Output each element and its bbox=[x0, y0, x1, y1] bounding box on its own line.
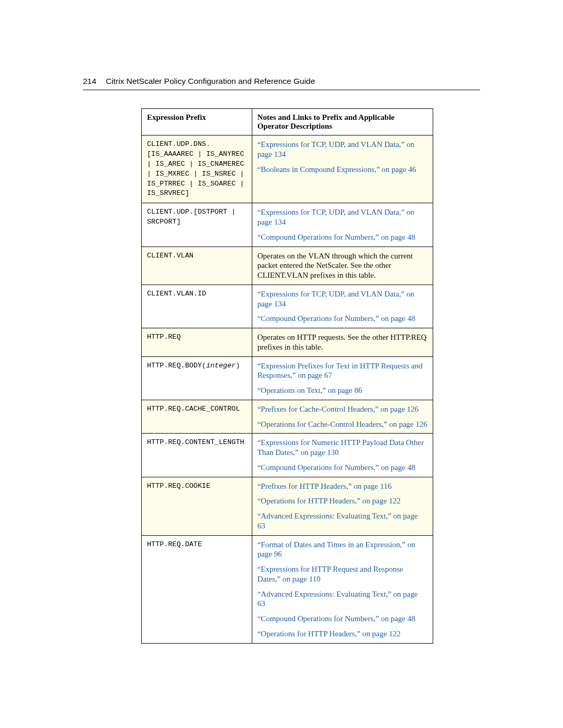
link-text[interactable]: “Operations for HTTP Headers,” on page 1… bbox=[258, 497, 401, 505]
link-text[interactable]: “Format of Dates and Times in an Express… bbox=[258, 540, 415, 559]
reference-link: “Compound Operations for Numbers,” on pa… bbox=[258, 314, 427, 324]
reference-link: “Prefixes for HTTP Headers,” on page 116 bbox=[258, 482, 427, 491]
expression-prefix-code: CLIENT.UDP.DNS. [IS_AAAAREC | IS_ANYREC … bbox=[147, 140, 247, 199]
prefix-cell: CLIENT.VLAN bbox=[142, 246, 252, 285]
table-row: HTTP.REQ.BODY(integer)“Expression Prefix… bbox=[142, 356, 433, 400]
reference-link: “Operations for Cache-Control Headers,” … bbox=[258, 419, 427, 429]
reference-link: “Compound Operations for Numbers,” on pa… bbox=[258, 614, 427, 624]
expression-prefix-code: CLIENT.VLAN bbox=[147, 251, 247, 261]
link-text[interactable]: “Compound Operations for Numbers,” on pa… bbox=[258, 614, 415, 623]
link-text[interactable]: “Compound Operations for Numbers,” on pa… bbox=[258, 314, 415, 323]
table-row: HTTP.REQ.CONTENT_LENGTH“Expressions for … bbox=[142, 434, 433, 477]
expression-prefix-code: HTTP.REQ.CONTENT_LENGTH bbox=[147, 438, 247, 448]
reference-link: “Expressions for TCP, UDP, and VLAN Data… bbox=[258, 289, 427, 309]
table-row: CLIENT.UDP.[DSTPORT | SRCPORT]“Expressio… bbox=[142, 203, 433, 246]
reference-link: “Expressions for TCP, UDP, and VLAN Data… bbox=[258, 207, 427, 227]
reference-link: “Advanced Expressions: Evaluating Text,”… bbox=[258, 589, 427, 609]
reference-link: “Expressions for TCP, UDP, and VLAN Data… bbox=[258, 140, 427, 159]
reference-link: “Operations for HTTP Headers,” on page 1… bbox=[258, 496, 427, 506]
expression-prefix-code: HTTP.REQ.COOKIE bbox=[147, 482, 247, 491]
link-text[interactable]: “Expressions for TCP, UDP, and VLAN Data… bbox=[258, 290, 414, 308]
link-text[interactable]: “Compound Operations for Numbers,” on pa… bbox=[258, 463, 415, 472]
expression-prefix-code: HTTP.REQ bbox=[147, 332, 247, 342]
link-text[interactable]: “Expressions for Numeric HTTP Payload Da… bbox=[258, 438, 424, 456]
prefix-cell: HTTP.REQ.DATE bbox=[142, 535, 252, 643]
expression-prefix-code: CLIENT.VLAN.ID bbox=[147, 289, 247, 299]
link-text[interactable]: “Operations for HTTP Headers,” on page 1… bbox=[258, 630, 401, 638]
link-text[interactable]: “Compound Operations for Numbers,” on pa… bbox=[258, 233, 415, 241]
link-text[interactable]: “Operations on Text,” on page 86 bbox=[258, 386, 362, 394]
prefix-cell: HTTP.REQ.CONTENT_LENGTH bbox=[142, 434, 252, 477]
table-row: HTTP.REQ.CACHE_CONTROL“Prefixes for Cach… bbox=[142, 400, 433, 434]
expression-prefix-code: HTTP.REQ.CACHE_CONTROL bbox=[147, 404, 247, 414]
table-row: CLIENT.UDP.DNS. [IS_AAAAREC | IS_ANYREC … bbox=[142, 135, 433, 203]
description-text: Operates on the VLAN through which the c… bbox=[258, 251, 427, 280]
prefix-cell: CLIENT.UDP.[DSTPORT | SRCPORT] bbox=[142, 203, 252, 246]
expression-table: Expression Prefix Notes and Links to Pre… bbox=[141, 108, 433, 644]
prefix-cell: HTTP.REQ.COOKIE bbox=[142, 477, 252, 535]
link-text[interactable]: “Expression Prefixes for Text in HTTP Re… bbox=[258, 362, 423, 380]
page-header: 214Citrix NetScaler Policy Configuration… bbox=[83, 77, 480, 90]
notes-cell: Operates on the VLAN through which the c… bbox=[252, 246, 433, 285]
notes-cell: “Expression Prefixes for Text in HTTP Re… bbox=[252, 356, 433, 400]
reference-link: “Expressions for Numeric HTTP Payload Da… bbox=[258, 438, 427, 458]
notes-cell: “Prefixes for Cache-Control Headers,” on… bbox=[252, 400, 433, 434]
reference-link: “Format of Dates and Times in an Express… bbox=[258, 540, 427, 560]
reference-link: “Booleans in Compound Expressions,” on p… bbox=[258, 165, 427, 175]
plain-text: Operates on the VLAN through which the c… bbox=[258, 252, 413, 280]
table-row: HTTP.REQ.COOKIE“Prefixes for HTTP Header… bbox=[142, 477, 433, 535]
link-text[interactable]: “Booleans in Compound Expressions,” on p… bbox=[258, 165, 417, 174]
expression-prefix-code: CLIENT.UDP.[DSTPORT | SRCPORT] bbox=[147, 207, 247, 227]
link-text[interactable]: “Expressions for HTTP Request and Respon… bbox=[258, 565, 403, 583]
notes-cell: “Expressions for Numeric HTTP Payload Da… bbox=[252, 434, 433, 477]
table-row: HTTP.REQOperates on HTTP requests. See t… bbox=[142, 328, 433, 357]
reference-link: “Operations for HTTP Headers,” on page 1… bbox=[258, 629, 427, 639]
reference-link: “Advanced Expressions: Evaluating Text,”… bbox=[258, 511, 427, 531]
reference-link: “Compound Operations for Numbers,” on pa… bbox=[258, 463, 427, 473]
header-expression-prefix: Expression Prefix bbox=[142, 109, 252, 135]
notes-cell: “Expressions for TCP, UDP, and VLAN Data… bbox=[252, 135, 433, 203]
link-text[interactable]: “Expressions for TCP, UDP, and VLAN Data… bbox=[258, 140, 414, 158]
notes-cell: Operates on HTTP requests. See the other… bbox=[252, 328, 433, 357]
prefix-cell: HTTP.REQ bbox=[142, 328, 252, 357]
reference-link: “Prefixes for Cache-Control Headers,” on… bbox=[258, 404, 427, 414]
table-row: CLIENT.VLANOperates on the VLAN through … bbox=[142, 246, 433, 285]
expression-prefix-code: HTTP.REQ.DATE bbox=[147, 540, 247, 550]
table-row: CLIENT.VLAN.ID“Expressions for TCP, UDP,… bbox=[142, 285, 433, 328]
link-text[interactable]: “Prefixes for HTTP Headers,” on page 116 bbox=[258, 482, 392, 490]
reference-link: “Expression Prefixes for Text in HTTP Re… bbox=[258, 361, 427, 381]
prefix-cell: CLIENT.VLAN.ID bbox=[142, 285, 252, 328]
table-header-row: Expression Prefix Notes and Links to Pre… bbox=[142, 109, 433, 135]
expression-prefix-code: HTTP.REQ.BODY(integer) bbox=[147, 361, 247, 371]
link-text[interactable]: “Prefixes for Cache-Control Headers,” on… bbox=[258, 405, 419, 413]
notes-cell: “Format of Dates and Times in an Express… bbox=[252, 535, 433, 643]
page-number: 214 bbox=[83, 77, 96, 86]
doc-title: Citrix NetScaler Policy Configuration an… bbox=[106, 77, 315, 85]
prefix-cell: CLIENT.UDP.DNS. [IS_AAAAREC | IS_ANYREC … bbox=[142, 135, 252, 203]
prefix-cell: HTTP.REQ.CACHE_CONTROL bbox=[142, 400, 252, 434]
reference-link: “Expressions for HTTP Request and Respon… bbox=[258, 564, 427, 584]
header-notes: Notes and Links to Prefix and Applicable… bbox=[252, 109, 433, 135]
table-row: HTTP.REQ.DATE“Format of Dates and Times … bbox=[142, 535, 433, 643]
notes-cell: “Expressions for TCP, UDP, and VLAN Data… bbox=[252, 285, 433, 328]
plain-text: Operates on HTTP requests. See the other… bbox=[258, 333, 427, 351]
notes-cell: “Prefixes for HTTP Headers,” on page 116… bbox=[252, 477, 433, 535]
link-text[interactable]: “Advanced Expressions: Evaluating Text,”… bbox=[258, 512, 418, 530]
page-content: 214Citrix NetScaler Policy Configuration… bbox=[0, 0, 563, 644]
reference-link: “Operations on Text,” on page 86 bbox=[258, 386, 427, 396]
link-text[interactable]: “Expressions for TCP, UDP, and VLAN Data… bbox=[258, 208, 414, 226]
description-text: Operates on HTTP requests. See the other… bbox=[258, 332, 427, 352]
expression-table-wrapper: Expression Prefix Notes and Links to Pre… bbox=[141, 108, 433, 644]
notes-cell: “Expressions for TCP, UDP, and VLAN Data… bbox=[252, 203, 433, 246]
link-text[interactable]: “Operations for Cache-Control Headers,” … bbox=[258, 420, 427, 428]
link-text[interactable]: “Advanced Expressions: Evaluating Text,”… bbox=[258, 590, 418, 608]
prefix-cell: HTTP.REQ.BODY(integer) bbox=[142, 356, 252, 400]
reference-link: “Compound Operations for Numbers,” on pa… bbox=[258, 232, 427, 242]
